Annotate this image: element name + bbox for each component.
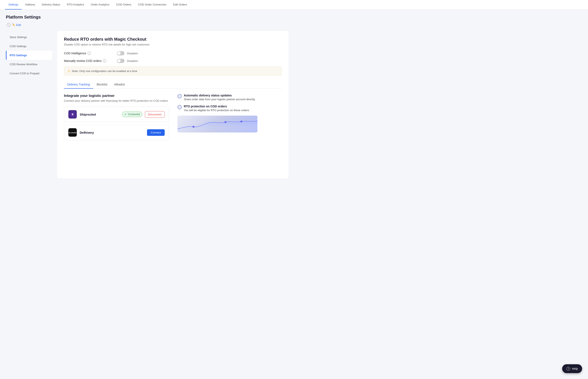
- edit-label: Edit: [16, 23, 21, 27]
- shiprocket-logo: [68, 110, 77, 119]
- tab-cod-orders[interactable]: COD Orders: [113, 0, 135, 9]
- feature-1-icon: [177, 94, 182, 98]
- shiprocket-disconnect-button[interactable]: Disconnect: [145, 111, 165, 118]
- info-edit-row: i ✏️ Edit: [7, 23, 289, 27]
- shiprocket-card: Shiprocket ✔ Connected Disconnect: [64, 107, 169, 122]
- cod-intelligence-row: COD Intelligence i Disabled: [64, 51, 282, 55]
- note-text: Note: Only one configuration can be enab…: [72, 69, 137, 73]
- svg-point-5: [224, 121, 226, 123]
- info-icon[interactable]: i: [7, 23, 11, 27]
- cod-intelligence-status: Disabled: [127, 52, 138, 55]
- connected-checkmark-icon: ✔: [124, 113, 127, 116]
- tab-delivery-tracking[interactable]: Delivery Tracking: [64, 81, 93, 89]
- cod-intelligence-toggle[interactable]: [117, 51, 124, 55]
- rto-card-subtitle: Disable COD option or retrieve RTO risk …: [64, 43, 282, 46]
- feature-1-text: Automatic delivery status updates Share …: [184, 94, 255, 101]
- cod-intelligence-label: COD Intelligence i: [64, 52, 114, 55]
- note-warning-icon: ⚠: [68, 69, 70, 73]
- page-title: Platform Settings: [6, 15, 289, 20]
- svg-point-7: [209, 122, 210, 123]
- tab-allowlist[interactable]: Allowlist: [111, 81, 128, 89]
- manual-review-label: Manually review COD orders i: [64, 59, 114, 63]
- features-section: Automatic delivery status updates Share …: [177, 94, 257, 143]
- tab-address[interactable]: Address: [22, 0, 39, 9]
- sidebar-item-rto-settings[interactable]: RTO Settings: [6, 51, 52, 60]
- manual-review-info-icon[interactable]: i: [103, 59, 106, 63]
- tab-edit-orders[interactable]: Edit Orders: [170, 0, 191, 9]
- manual-review-row: Manually review COD orders i Disabled: [64, 59, 282, 63]
- delhivery-card: DELHIVERY Delhivery Connect: [64, 125, 169, 140]
- sidebar-item-cod-settings[interactable]: COD Settings: [6, 42, 52, 51]
- tab-blocklist[interactable]: Blocklist: [93, 81, 111, 89]
- rto-card-title: Reduce RTO orders with Magic Checkout: [64, 37, 282, 42]
- sidebar-item-store-settings[interactable]: Store Settings: [6, 33, 52, 42]
- feature-2-title: RTO protection on COD orders: [184, 105, 250, 108]
- feature-2-text: RTO protection on COD orders You will be…: [184, 105, 250, 112]
- sidebar: Store Settings COD Settings RTO Settings…: [6, 31, 52, 178]
- feature-2-icon: [177, 105, 182, 109]
- manual-review-toggle[interactable]: [117, 59, 124, 63]
- svg-text:DELHIVERY: DELHIVERY: [69, 132, 76, 134]
- integrate-subtitle: Connect your delivery partner with Razor…: [64, 99, 169, 102]
- tab-settings[interactable]: Settings: [5, 0, 22, 9]
- feature-item-2: RTO protection on COD orders You will be…: [177, 105, 257, 112]
- feature-2-description: You will be eligible for RTO protection …: [184, 109, 250, 112]
- tab-rto-analytics[interactable]: RTO Analytics: [63, 0, 88, 9]
- delivery-tabs: Delivery Tracking Blocklist Allowlist: [64, 81, 282, 89]
- delhivery-logo: DELHIVERY: [68, 128, 77, 137]
- sidebar-item-convert-cod-prepaid[interactable]: Convert COD to Prepaid: [6, 69, 52, 78]
- integrate-title: Integrate your logistic partner: [64, 94, 169, 98]
- tab-content: Integrate your logistic partner Connect …: [64, 94, 282, 143]
- svg-point-4: [192, 126, 194, 127]
- feature-item-1: Automatic delivery status updates Share …: [177, 94, 257, 101]
- main-content: Reduce RTO orders with Magic Checkout Di…: [57, 31, 289, 178]
- shiprocket-status-label: Connected: [128, 113, 140, 116]
- shiprocket-name: Shiprocket: [80, 113, 122, 116]
- tab-delivery-status[interactable]: Delivery Status: [39, 0, 63, 9]
- feature-1-description: Share order data from your logistic part…: [184, 98, 255, 101]
- edit-button[interactable]: ✏️ Edit: [12, 23, 21, 27]
- tab-cod-order-conversion[interactable]: COD Order Conversion: [135, 0, 170, 9]
- delivery-chart: [177, 116, 257, 132]
- top-navigation: Settings Address Delivery Status RTO Ana…: [0, 0, 588, 10]
- preview-chart: [177, 116, 257, 132]
- delhivery-connect-button[interactable]: Connect: [147, 129, 165, 136]
- tab-order-analytics[interactable]: Order Analytics: [88, 0, 113, 9]
- edit-pencil-icon: ✏️: [12, 23, 15, 26]
- shiprocket-connected-badge: ✔ Connected: [122, 111, 142, 117]
- partner-integration-section: Integrate your logistic partner Connect …: [64, 94, 169, 143]
- sidebar-item-cod-review-workflow[interactable]: COD Review Workflow: [6, 60, 52, 69]
- svg-point-6: [240, 121, 242, 122]
- note-banner: ⚠ Note: Only one configuration can be en…: [64, 66, 282, 76]
- delhivery-name: Delhivery: [80, 131, 147, 134]
- feature-1-title: Automatic delivery status updates: [184, 94, 255, 97]
- cod-intelligence-info-icon[interactable]: i: [88, 52, 91, 55]
- manual-review-status: Disabled: [127, 59, 138, 63]
